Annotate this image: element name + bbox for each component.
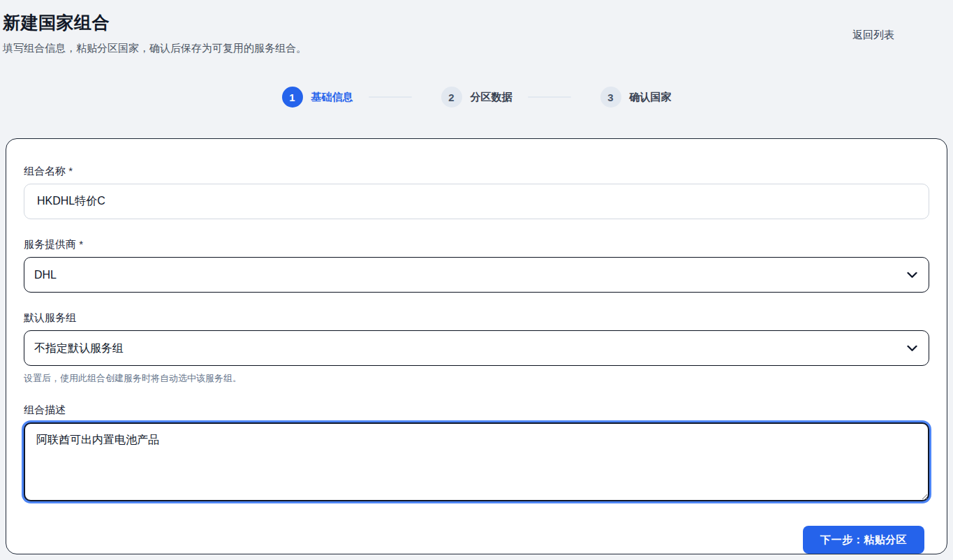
default-service-group-select-wrap: 不指定默认服务组 — [24, 330, 929, 366]
step-label: 基础信息 — [311, 91, 353, 104]
stepper-connector — [528, 96, 571, 98]
next-step-button[interactable]: 下一步：粘贴分区 — [803, 526, 924, 554]
step-number-badge: 3 — [600, 87, 621, 108]
page-header: 新建国家组合 填写组合信息，粘贴分区国家，确认后保存为可复用的服务组合。 返回列… — [0, 0, 953, 55]
step-number-badge: 1 — [282, 87, 303, 108]
default-service-group-label: 默认服务组 — [24, 311, 929, 325]
stepper-step-zone-data[interactable]: 2 分区数据 — [441, 87, 512, 108]
field-combination-description: 组合描述 阿联酋可出内置电池产品 — [24, 404, 929, 504]
combination-name-label: 组合名称 * — [24, 165, 929, 178]
default-service-group-help-text: 设置后，使用此组合创建服务时将自动选中该服务组。 — [24, 372, 929, 385]
stepper-step-basic-info[interactable]: 1 基础信息 — [282, 87, 353, 108]
back-to-list-link[interactable]: 返回列表 — [852, 29, 894, 42]
field-default-service-group: 默认服务组 不指定默认服务组 设置后，使用此组合创建服务时将自动选中该服务组。 — [24, 311, 929, 385]
stepper: 1 基础信息 2 分区数据 3 确认国家 — [0, 87, 953, 108]
service-provider-select-wrap: DHL — [24, 257, 929, 293]
combination-description-textarea[interactable]: 阿联酋可出内置电池产品 — [24, 422, 929, 501]
page-title: 新建国家组合 — [3, 11, 894, 34]
page-subtitle: 填写组合信息，粘贴分区国家，确认后保存为可复用的服务组合。 — [3, 42, 894, 55]
service-provider-label: 服务提供商 * — [24, 238, 929, 251]
field-service-provider: 服务提供商 * DHL — [24, 238, 929, 293]
field-combination-name: 组合名称 * — [24, 165, 929, 219]
form-card: 组合名称 * 服务提供商 * DHL 默认服务组 不指定默认服务组 设置后，使用… — [6, 138, 947, 554]
stepper-step-confirm-countries[interactable]: 3 确认国家 — [600, 87, 672, 108]
step-label: 确认国家 — [630, 91, 672, 104]
form-actions: 下一步：粘贴分区 — [24, 526, 929, 554]
step-number-badge: 2 — [441, 87, 462, 108]
default-service-group-select[interactable]: 不指定默认服务组 — [24, 330, 929, 366]
stepper-connector — [369, 96, 412, 98]
combination-description-label: 组合描述 — [24, 404, 929, 417]
step-label: 分区数据 — [471, 91, 512, 104]
combination-name-input[interactable] — [24, 184, 929, 219]
service-provider-select[interactable]: DHL — [24, 257, 929, 293]
